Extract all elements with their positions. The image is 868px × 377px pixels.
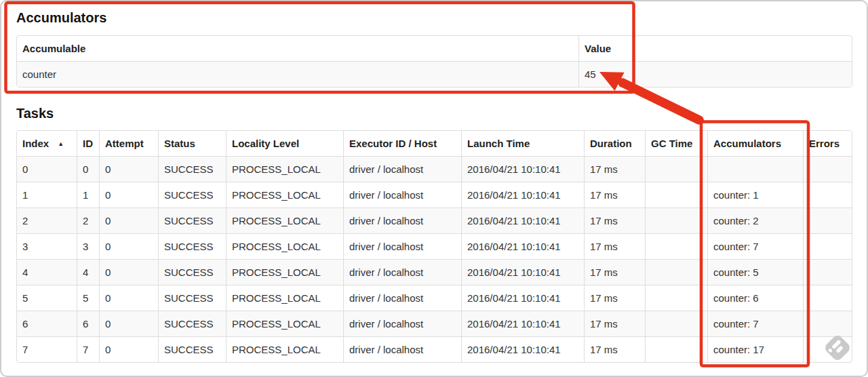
tasks-table-cell: SUCCESS [158, 233, 226, 259]
tasks-section-title: Tasks [16, 105, 867, 121]
tasks-table-row: 770SUCCESSPROCESS_LOCALdriver / localhos… [17, 336, 852, 362]
tasks-table-cell: 2016/04/21 10:10:41 [461, 233, 584, 259]
column-label: Executor ID / Host [349, 138, 437, 149]
tasks-table-column-header-accumulators[interactable]: Accumulators [707, 131, 803, 156]
tasks-table-cell: 2016/04/21 10:10:41 [461, 207, 584, 233]
tasks-table-cell: PROCESS_LOCAL [226, 336, 343, 362]
tasks-table-cell: PROCESS_LOCAL [226, 259, 343, 285]
tasks-table-column-header-index[interactable]: Index▲ [17, 131, 77, 156]
tasks-table-cell: 0 [99, 285, 158, 311]
tasks-table-cell: 4 [17, 259, 77, 285]
tasks-table-cell: 0 [99, 233, 158, 259]
column-label: Status [164, 138, 195, 149]
tasks-table-column-header-launch-time[interactable]: Launch Time [461, 131, 584, 156]
tasks-table-cell: 6 [17, 311, 77, 336]
tasks-table-column-header-duration[interactable]: Duration [584, 131, 645, 156]
tasks-table-cell [803, 156, 852, 182]
tasks-table-row: 330SUCCESSPROCESS_LOCALdriver / localhos… [17, 233, 852, 259]
tasks-table-cell: counter: 5 [707, 259, 803, 285]
tasks-table-cell: 17 ms [584, 285, 645, 311]
tasks-table-cell: 0 [99, 156, 158, 182]
tasks-table-cell: 2 [17, 207, 77, 233]
tasks-table-column-header-errors[interactable]: Errors [803, 131, 852, 156]
accumulators-table-column-header-value: Value [578, 36, 852, 61]
tasks-table-row: 550SUCCESSPROCESS_LOCALdriver / localhos… [17, 285, 852, 311]
tasks-table-cell: driver / localhost [343, 311, 461, 336]
column-label: Accumulators [713, 138, 781, 149]
accumulators-table-row: counter45 [17, 61, 852, 87]
tasks-table-cell: 3 [17, 233, 77, 259]
tasks-table-cell [645, 233, 707, 259]
tasks-table-cell [645, 182, 707, 207]
tasks-table-cell: 2016/04/21 10:10:41 [461, 259, 584, 285]
tasks-table-cell: 2 [77, 207, 99, 233]
column-label: Accumulable [22, 43, 85, 54]
tasks-table-column-header-executor-id-host[interactable]: Executor ID / Host [343, 131, 461, 156]
tasks-table-row: 440SUCCESSPROCESS_LOCALdriver / localhos… [17, 259, 852, 285]
watermark-diamond [823, 334, 852, 362]
tasks-table-cell: 2016/04/21 10:10:41 [461, 182, 584, 207]
tasks-table-cell: 7 [77, 336, 99, 362]
column-label: Locality Level [232, 138, 299, 149]
column-label: ID [83, 138, 93, 149]
tasks-table-cell: counter: 7 [707, 233, 803, 259]
tasks-table-cell: SUCCESS [158, 207, 226, 233]
accumulators-section-title: Accumulators [16, 9, 867, 26]
tasks-table-cell: counter: 7 [707, 311, 803, 336]
tasks-table-cell: SUCCESS [158, 182, 226, 207]
tasks-table-cell: 4 [77, 259, 99, 285]
tasks-table-cell: driver / localhost [343, 259, 461, 285]
tasks-table-cell: PROCESS_LOCAL [226, 182, 343, 207]
column-label: GC Time [651, 138, 692, 149]
tasks-table-cell [645, 336, 707, 362]
page-content: Accumulators AccumulableValuecounter45 T… [1, 1, 867, 363]
tasks-table-cell: 2016/04/21 10:10:41 [461, 311, 584, 336]
tasks-table-cell: 0 [99, 336, 158, 362]
tasks-table-cell: 2016/04/21 10:10:41 [461, 156, 584, 182]
tasks-table-cell: 5 [17, 285, 77, 311]
tasks-table-cell: driver / localhost [343, 285, 461, 311]
tasks-table-cell [803, 182, 852, 207]
tasks-table-cell: 0 [99, 207, 158, 233]
tasks-table-cell: counter: 6 [707, 285, 803, 311]
tasks-table-cell: counter: 17 [707, 336, 803, 362]
tasks-table-cell: SUCCESS [158, 285, 226, 311]
column-label: Attempt [105, 138, 144, 149]
tasks-table-cell [803, 233, 852, 259]
tasks-table-column-header-attempt[interactable]: Attempt [99, 131, 158, 156]
tasks-table-cell: 0 [99, 259, 158, 285]
tasks-table-cell: 6 [77, 311, 99, 336]
tasks-table-cell [707, 156, 803, 182]
tasks-table-cell: SUCCESS [158, 336, 226, 362]
tasks-table-cell: 2016/04/21 10:10:41 [461, 285, 584, 311]
tasks-table-cell: driver / localhost [343, 156, 461, 182]
tasks-table-column-header-id[interactable]: ID [77, 131, 99, 156]
accumulators-table-cell: counter [17, 61, 578, 87]
tasks-table-cell: driver / localhost [343, 336, 461, 362]
tasks-table-cell: 17 ms [584, 207, 645, 233]
tasks-table-cell [645, 285, 707, 311]
tasks-table-cell: driver / localhost [343, 233, 461, 259]
tasks-table-cell: 0 [99, 182, 158, 207]
tasks-table-cell: 17 ms [584, 259, 645, 285]
tasks-table-row: 000SUCCESSPROCESS_LOCALdriver / localhos… [17, 156, 852, 182]
tasks-table-cell: 5 [77, 285, 99, 311]
column-label: Index [22, 138, 49, 149]
tasks-table-column-header-gc-time[interactable]: GC Time [645, 131, 707, 156]
tasks-table-cell: PROCESS_LOCAL [226, 311, 343, 336]
tasks-table-cell [645, 207, 707, 233]
column-label: Launch Time [467, 138, 530, 149]
tasks-table-cell: 1 [17, 182, 77, 207]
sort-ascending-icon: ▲ [58, 140, 64, 147]
tasks-table-cell: 2016/04/21 10:10:41 [461, 336, 584, 362]
tasks-table-cell: PROCESS_LOCAL [226, 207, 343, 233]
tasks-table-cell: SUCCESS [158, 156, 226, 182]
tasks-table-cell [803, 259, 852, 285]
tasks-table-column-header-status[interactable]: Status [158, 131, 226, 156]
tasks-table-column-header-locality-level[interactable]: Locality Level [226, 131, 343, 156]
tasks-table-cell: 17 ms [584, 311, 645, 336]
tasks-table-cell: counter: 1 [707, 182, 803, 207]
tasks-table-cell: 3 [77, 233, 99, 259]
tasks-table-cell [803, 285, 852, 311]
tasks-table-cell: SUCCESS [158, 259, 226, 285]
